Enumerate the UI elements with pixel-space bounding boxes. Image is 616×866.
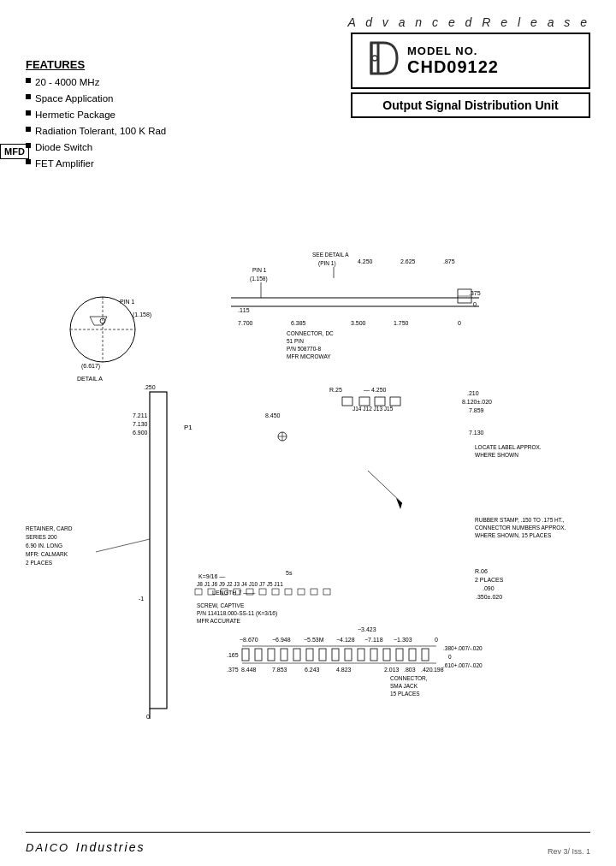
svg-text:P/N 508770-8: P/N 508770-8 [287,346,321,352]
svg-text:.210: .210 [467,390,479,396]
svg-rect-109 [422,649,429,661]
svg-text:SMA JACK: SMA JACK [390,683,418,689]
output-box: Output Signal Distribution Unit [351,92,590,118]
svg-rect-105 [370,649,377,661]
bullet-icon [26,159,31,164]
model-label: MODEL NO. [407,44,499,57]
svg-text:−4.128: −4.128 [336,637,355,643]
svg-rect-99 [293,649,300,661]
list-item: Space Application [26,91,166,107]
svg-text:2.013: 2.013 [384,667,400,673]
svg-text:SCREW, CAPTIVE: SCREW, CAPTIVE [197,602,245,608]
svg-text:LOCATE LABEL APPROX.: LOCATE LABEL APPROX. [475,444,542,450]
svg-text:.198: .198 [432,667,444,673]
svg-text:.380+.007/-.020: .380+.007/-.020 [443,645,483,651]
features-title: FEATURES [26,58,166,71]
svg-text:7.130: 7.130 [133,421,148,427]
svg-text:WHERE SHOWN: WHERE SHOWN [475,452,518,458]
svg-rect-97 [268,649,275,661]
drawing-area: (6.617) PIN 1 (1.158) DETAIL A SEE DETAI… [0,205,616,736]
svg-rect-108 [409,649,416,661]
svg-text:SERIES 200: SERIES 200 [26,534,57,540]
svg-text:2 PLACES: 2 PLACES [475,577,504,583]
svg-text:.375: .375 [469,290,481,296]
technical-drawing: (6.617) PIN 1 (1.158) DETAIL A SEE DETAI… [0,205,616,736]
svg-rect-51 [359,397,370,406]
svg-rect-103 [345,649,352,661]
svg-text:.610+.007/-.020: .610+.007/-.020 [443,662,483,668]
list-item: 20 - 4000 MHz [26,74,166,91]
svg-text:— 4.250: — 4.250 [364,387,387,393]
svg-text:6.243: 6.243 [305,667,320,673]
bullet-icon [26,110,31,116]
svg-text:−8.670: −8.670 [240,637,258,643]
svg-text:8.450: 8.450 [265,412,281,418]
svg-text:(1.158): (1.158) [133,311,151,318]
svg-rect-69 [298,589,305,595]
svg-text:PIN 1: PIN 1 [120,299,135,305]
svg-text:(PIN 1): (PIN 1) [318,260,336,267]
svg-text:SEE DETAIL A: SEE DETAIL A [312,252,349,258]
bullet-icon [26,78,31,83]
features-section: FEATURES 20 - 4000 MHz Space Application… [26,58,166,172]
svg-text:0: 0 [435,637,438,643]
svg-rect-100 [306,649,313,661]
features-list: 20 - 4000 MHz Space Application Hermetic… [26,74,166,172]
svg-point-0 [372,56,377,61]
svg-rect-66 [259,589,266,595]
svg-text:.250: .250 [144,384,156,390]
svg-text:LENGTH 7 ——: LENGTH 7 —— [212,590,255,596]
svg-text:0: 0 [146,714,150,720]
footer: DAICO Industries Rev 3/ Iss. 1 [26,832,590,856]
svg-text:−3.423: −3.423 [358,626,376,632]
svg-text:.350±.020: .350±.020 [476,594,502,600]
bullet-icon [26,127,31,132]
svg-text:J8  J1  J6  J9  J2  J3  J4  J1: J8 J1 J6 J9 J2 J3 J4 J10 J7 J5 J11 [197,581,283,587]
svg-text:R.06: R.06 [475,568,488,574]
svg-text:0: 0 [448,654,452,660]
mfd-label: MFD [0,144,29,159]
svg-text:7.700: 7.700 [238,320,253,326]
svg-line-59 [96,539,150,552]
industries-text: Industries [76,840,145,854]
svg-rect-50 [342,397,352,406]
svg-text:WHERE SHOWN, 15 PLACES: WHERE SHOWN, 15 PLACES [475,532,552,538]
svg-text:CONNECTOR, DC: CONNECTOR, DC [287,330,334,336]
svg-text:2 PLACES: 2 PLACES [26,560,53,566]
svg-text:P1: P1 [184,424,192,431]
svg-rect-101 [319,649,326,661]
model-logo [364,39,399,82]
model-number: CHD09122 [407,57,499,77]
svg-text:6.900: 6.900 [133,430,148,436]
svg-rect-98 [281,649,287,661]
svg-text:MFR MICROWAY: MFR MICROWAY [287,353,331,359]
svg-text:(6.617): (6.617) [81,363,100,370]
svg-text:.420: .420 [421,667,433,673]
svg-text:R.25: R.25 [329,387,342,393]
svg-text:CONNECTOR NUMBERS APPROX.: CONNECTOR NUMBERS APPROX. [475,525,566,531]
svg-text:51 PIN: 51 PIN [287,338,304,344]
svg-text:P/N 114118.000-SS-11 (K=3/16): P/N 114118.000-SS-11 (K=3/16) [197,610,277,617]
svg-text:−7.118: −7.118 [364,637,383,643]
svg-text:RUBBER STAMP, .150 TO .175 HT.: RUBBER STAMP, .150 TO .175 HT., [475,517,565,523]
svg-text:15 PLACES: 15 PLACES [390,691,420,697]
header: A d v a n c e d R e l e a s e [0,0,616,29]
advanced-release-text: A d v a n c e d R e l e a s e [347,15,590,29]
svg-text:7.211: 7.211 [133,412,148,418]
svg-rect-71 [323,589,330,595]
svg-text:−5.53M: −5.53M [304,637,324,643]
list-item: Diode Switch [26,139,166,156]
list-item: FET Amplifier [26,156,166,172]
svg-text:5s: 5s [286,570,293,576]
svg-rect-61 [195,589,202,595]
svg-rect-70 [311,589,317,595]
svg-marker-133 [396,498,402,509]
svg-text:-1: -1 [139,596,144,602]
company-name: DAICO Industries [26,836,145,855]
list-item: Radiation Tolerant, 100 K Rad [26,123,166,139]
svg-text:.803: .803 [404,667,416,673]
svg-text:DETAIL A: DETAIL A [77,376,103,382]
svg-text:PIN 1: PIN 1 [252,267,267,273]
svg-line-132 [368,471,402,503]
svg-rect-104 [358,649,364,661]
